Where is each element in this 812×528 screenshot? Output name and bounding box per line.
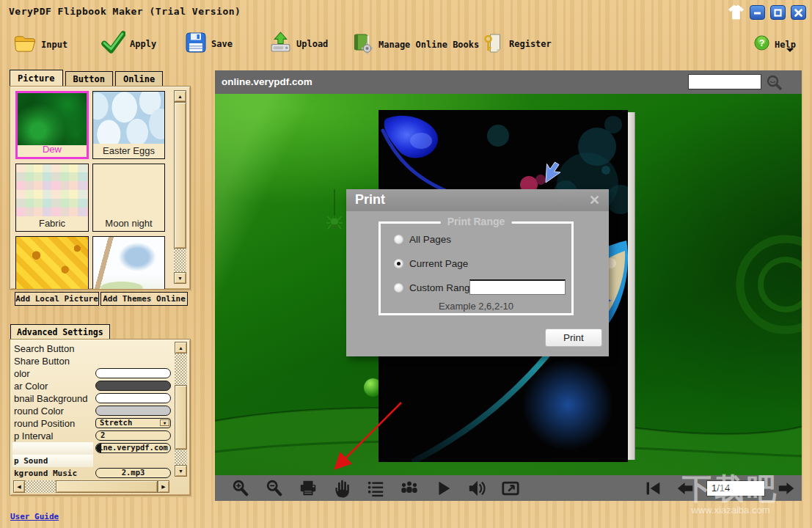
radio-all-pages[interactable]: All Pages — [394, 234, 451, 245]
user-guide-link[interactable]: User Guide — [10, 512, 59, 521]
setting-row-thumbnail-background: bnail Background — [12, 392, 172, 405]
book-search-input[interactable] — [688, 74, 761, 89]
bar-color-swatch[interactable] — [95, 381, 171, 391]
setting-row-background-color: round Color — [12, 405, 172, 417]
zoom-in-icon[interactable] — [231, 479, 250, 498]
save-button[interactable]: Save — [185, 32, 233, 56]
theme-dew[interactable]: Dew — [15, 91, 89, 159]
range-example-hint: Example 2,6,2-10 — [381, 301, 571, 312]
setting-row-domain: ine.verypdf.com — [12, 442, 172, 455]
preview-titlebar: online.verypdf.com — [215, 70, 802, 94]
theme-windmill[interactable] — [92, 236, 165, 290]
print-confirm-button[interactable]: Print — [545, 329, 602, 347]
page-number-input[interactable] — [706, 480, 765, 496]
page-stack-edge[interactable] — [628, 112, 635, 460]
print-icon[interactable] — [299, 479, 318, 498]
tab-picture[interactable]: Picture — [10, 70, 63, 86]
dialog-close-icon[interactable]: ✕ — [589, 192, 600, 208]
advanced-settings-tab[interactable]: Advanced Settings — [10, 324, 110, 339]
minimize-button[interactable] — [750, 5, 765, 20]
share-users-icon[interactable] — [400, 479, 419, 498]
print-range-legend: Print Range — [441, 216, 512, 227]
theme-list: Dew Easter Eggs Fabric Moon night ▲ ▼ — [10, 86, 191, 290]
radio-current-page[interactable]: Current Page — [394, 258, 468, 269]
print-dialog: Print ✕ Print Range All Pages Current Pa… — [346, 189, 609, 356]
background-position-dropdown[interactable]: Stretch ▼ — [95, 418, 171, 428]
print-dialog-title: Print — [355, 192, 385, 208]
background-color-swatch[interactable] — [95, 406, 171, 416]
input-label: Input — [41, 40, 67, 50]
advanced-scroll-up[interactable]: ▲ — [175, 342, 187, 353]
setting-row-background-position: round Position Stretch ▼ — [12, 417, 172, 430]
print-dialog-titlebar[interactable]: Print ✕ — [346, 189, 609, 211]
setting-row-share-button: Share Button — [12, 355, 172, 367]
color-swatch[interactable] — [95, 368, 171, 378]
svg-text:?: ? — [759, 38, 765, 48]
autoplay-icon[interactable] — [434, 479, 453, 498]
site-label: online.verypdf.com — [222, 76, 312, 87]
input-button[interactable]: Input — [13, 32, 67, 56]
themes-scroll-thumb[interactable] — [174, 102, 186, 249]
thumbnail-background-swatch[interactable] — [95, 393, 171, 403]
setting-row-color: olor — [12, 367, 172, 380]
zoom-out-icon[interactable] — [265, 479, 284, 498]
folder-icon — [13, 32, 37, 56]
close-button[interactable] — [791, 5, 806, 20]
radio-icon[interactable] — [394, 283, 403, 293]
search-icon[interactable] — [765, 73, 783, 95]
floppy-icon — [185, 32, 207, 56]
advanced-scroll-thumb[interactable] — [175, 385, 187, 450]
maximize-button[interactable] — [770, 5, 786, 20]
radio-icon[interactable] — [394, 259, 403, 268]
advanced-scroll-down[interactable]: ▼ — [175, 465, 187, 477]
dew-thumbnail — [18, 93, 87, 145]
sunflower-thumbnail — [16, 237, 88, 290]
apply-button[interactable]: Apply — [101, 31, 156, 56]
register-button[interactable]: Register — [482, 32, 552, 56]
manage-online-books-button[interactable]: Manage Online Books — [351, 32, 479, 57]
advanced-scroll-left[interactable]: ◀ — [13, 480, 25, 493]
background-swirl — [728, 204, 802, 365]
check-icon — [101, 31, 125, 56]
theme-fabric[interactable]: Fabric — [15, 164, 89, 232]
first-page-icon[interactable] — [643, 479, 662, 498]
theme-easter-eggs[interactable]: Easter Eggs — [92, 91, 165, 159]
tab-online[interactable]: Online — [115, 71, 163, 86]
setting-row-bar-color: ar Color — [12, 380, 172, 392]
add-local-picture-button[interactable]: Add Local Picture — [15, 292, 99, 306]
hand-pan-icon[interactable] — [332, 479, 351, 498]
next-page-icon[interactable] — [777, 479, 796, 498]
domain-input[interactable]: ine.verypdf.com — [95, 443, 171, 453]
help-dropdown-caret[interactable] — [786, 48, 794, 56]
upload-label: Upload — [296, 39, 328, 49]
themes-scroll-up[interactable]: ▲ — [174, 90, 186, 102]
theme-moon-night[interactable]: Moon night — [92, 164, 165, 232]
player-toolbar — [215, 475, 802, 501]
sound-icon[interactable] — [467, 479, 486, 498]
background-music-input[interactable]: 2.mp3 — [95, 468, 171, 478]
help-icon: ? — [753, 34, 770, 54]
table-of-contents-icon[interactable] — [366, 479, 385, 498]
setting-row-search-button: Search Button — [12, 342, 172, 355]
setting-row-flip-sound: p Sound — [12, 455, 172, 467]
skin-icon[interactable] — [728, 4, 745, 23]
flip-interval-input[interactable]: 2 — [95, 430, 171, 441]
upload-button[interactable]: Upload — [269, 31, 328, 56]
previous-page-icon[interactable] — [676, 479, 695, 498]
tab-button[interactable]: Button — [65, 71, 113, 86]
dropdown-arrow-icon[interactable]: ▼ — [160, 419, 169, 426]
advanced-scroll-right[interactable]: ▶ — [158, 480, 169, 493]
add-themes-online-button[interactable]: Add Themes Online — [100, 292, 188, 306]
easter-eggs-thumbnail — [93, 92, 164, 144]
radio-custom-range[interactable]: Custom Range — [394, 282, 475, 293]
custom-range-input[interactable] — [469, 279, 566, 295]
setting-row-flip-interval: p Interval 2 — [12, 430, 172, 442]
theme-sunflower[interactable] — [15, 236, 89, 290]
radio-icon[interactable] — [394, 235, 403, 244]
save-label: Save — [211, 39, 233, 49]
themes-scroll-down[interactable]: ▼ — [174, 272, 186, 284]
fullscreen-icon[interactable] — [501, 479, 520, 498]
advanced-hscroll-thumb[interactable] — [56, 480, 158, 493]
windmill-thumbnail — [93, 237, 164, 290]
register-label: Register — [509, 39, 552, 49]
